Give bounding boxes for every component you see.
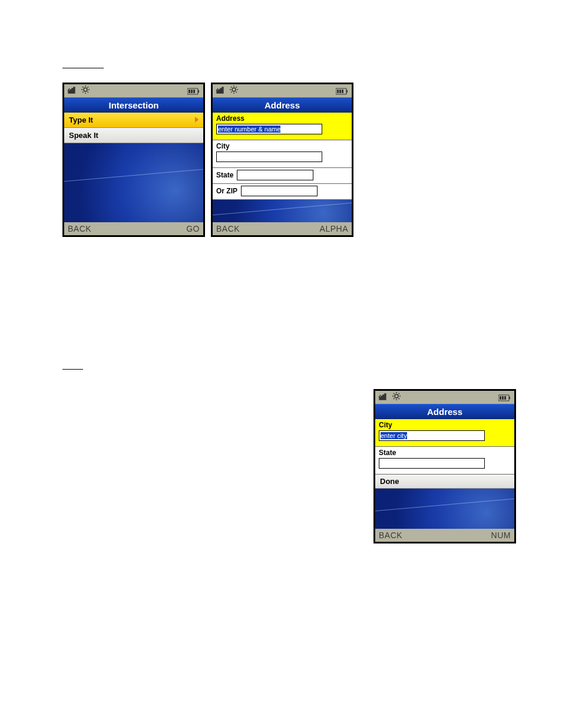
- svg-line-34: [399, 398, 400, 400]
- signal-icon: [216, 85, 226, 96]
- svg-rect-39: [500, 396, 501, 400]
- background-globe: [64, 143, 203, 222]
- gear-icon: [392, 392, 401, 403]
- city-input[interactable]: [216, 151, 322, 162]
- address-form: Address enter number & name City State O…: [213, 113, 352, 200]
- background-globe: [213, 200, 352, 222]
- svg-line-6: [88, 92, 89, 93]
- status-bar: [375, 391, 514, 404]
- field-label: State: [379, 449, 511, 457]
- svg-point-14: [232, 88, 236, 91]
- state-input[interactable]: [237, 170, 313, 180]
- gear-icon: [230, 85, 238, 96]
- phone-inner: Address Address enter number & name City…: [213, 84, 352, 235]
- softkey-right-go[interactable]: GO: [186, 224, 200, 233]
- softkey-left-back[interactable]: BACK: [68, 224, 91, 233]
- field-label: State: [216, 171, 233, 179]
- svg-rect-41: [504, 396, 506, 400]
- screen-title: Intersection: [64, 97, 203, 113]
- status-bar: [64, 84, 203, 97]
- softkey-bar: BACK ALPHA: [213, 222, 352, 235]
- svg-rect-10: [198, 90, 199, 93]
- svg-rect-25: [337, 90, 339, 93]
- svg-line-5: [82, 87, 84, 88]
- softkey-right-num[interactable]: NUM: [491, 531, 511, 540]
- svg-line-7: [82, 92, 84, 93]
- svg-line-21: [231, 92, 232, 93]
- svg-rect-26: [339, 90, 341, 93]
- menu-item-type-it[interactable]: Type It: [64, 113, 203, 128]
- field-address[interactable]: Address enter number & name: [213, 113, 352, 140]
- address-input[interactable]: enter number & name: [216, 124, 322, 134]
- svg-rect-27: [342, 90, 343, 93]
- signal-icon: [67, 85, 78, 96]
- svg-line-19: [231, 87, 232, 88]
- field-label: Or ZIP: [216, 187, 237, 195]
- svg-point-28: [395, 394, 398, 398]
- menu-item-label: Type It: [69, 116, 93, 124]
- softkey-bar: BACK GO: [64, 222, 203, 235]
- svg-rect-38: [509, 397, 510, 399]
- svg-line-33: [394, 393, 395, 394]
- status-bar: [213, 84, 352, 97]
- phone-address-full: Address Address enter number & name City…: [211, 83, 353, 237]
- state-input[interactable]: [379, 458, 485, 469]
- chevron-right-icon: [195, 117, 199, 123]
- svg-rect-12: [191, 90, 193, 93]
- softkey-left-back[interactable]: BACK: [379, 531, 402, 540]
- svg-line-35: [394, 398, 395, 400]
- gear-icon: [81, 85, 90, 96]
- field-city[interactable]: City: [213, 140, 352, 168]
- svg-rect-13: [193, 90, 195, 93]
- svg-rect-24: [346, 90, 348, 93]
- battery-icon: [187, 87, 200, 97]
- field-label: City: [379, 421, 511, 429]
- svg-line-20: [236, 92, 237, 93]
- zip-input[interactable]: [241, 186, 318, 196]
- screen-title: Address: [375, 404, 514, 419]
- menu-item-speak-it[interactable]: Speak It: [64, 128, 203, 143]
- underline-stub-1: [62, 68, 104, 68]
- battery-icon: [336, 87, 349, 97]
- city-input[interactable]: enter city: [379, 430, 485, 441]
- button-label: Done: [380, 477, 399, 486]
- field-state[interactable]: State: [375, 447, 514, 475]
- field-city[interactable]: City enter city: [375, 419, 514, 447]
- done-button[interactable]: Done: [375, 475, 514, 489]
- svg-rect-40: [502, 396, 504, 400]
- background-globe: [375, 489, 514, 529]
- field-label: Address: [216, 114, 348, 123]
- svg-rect-11: [189, 90, 190, 93]
- screen-title: Address: [213, 97, 352, 113]
- underline-stub-2: [62, 369, 83, 370]
- svg-point-0: [84, 88, 87, 91]
- svg-line-22: [236, 87, 237, 88]
- phone-intersection: Intersection Type It Speak It BACK GO: [62, 83, 205, 237]
- field-label: City: [216, 142, 348, 150]
- address-city-form: City enter city State Done: [375, 419, 514, 489]
- svg-line-36: [399, 393, 400, 394]
- phone-inner: Address City enter city State Done BACK …: [375, 391, 514, 542]
- field-state[interactable]: State: [213, 168, 352, 184]
- phone-address-city: Address City enter city State Done BACK …: [373, 389, 516, 543]
- svg-line-8: [88, 87, 89, 88]
- field-zip[interactable]: Or ZIP: [213, 184, 352, 200]
- softkey-bar: BACK NUM: [375, 529, 514, 542]
- softkey-left-back[interactable]: BACK: [216, 224, 240, 233]
- battery-icon: [498, 393, 511, 404]
- menu-item-label: Speak It: [69, 131, 98, 140]
- input-placeholder: enter number & name: [218, 126, 280, 133]
- signal-icon: [378, 392, 389, 403]
- phone-inner: Intersection Type It Speak It BACK GO: [64, 84, 203, 235]
- input-placeholder: enter city: [381, 432, 407, 439]
- softkey-right-alpha[interactable]: ALPHA: [320, 224, 348, 233]
